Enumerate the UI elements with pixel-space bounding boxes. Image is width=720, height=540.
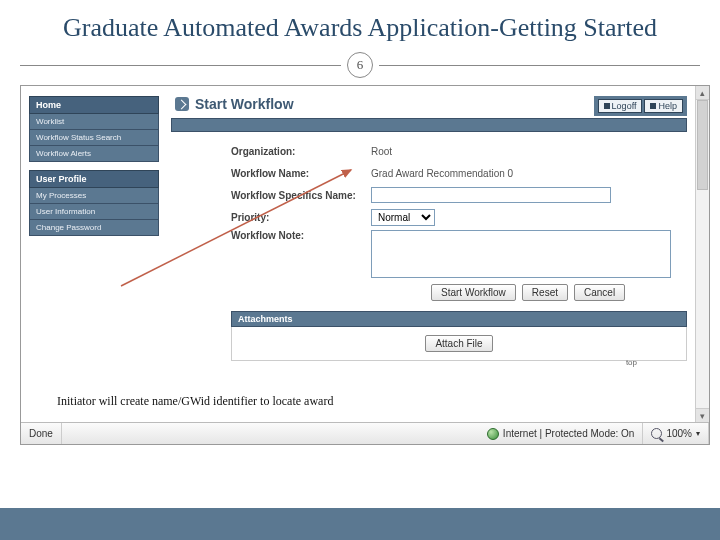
workflow-specifics-label: Workflow Specifics Name:: [231, 190, 371, 201]
workflow-name-value: Grad Award Recommendation 0: [371, 168, 513, 179]
organization-value: Root: [371, 146, 392, 157]
nav-header-user-profile: User Profile: [29, 170, 159, 188]
slide-title: Graduate Automated Awards Application-Ge…: [20, 12, 700, 43]
vertical-scrollbar[interactable]: ▴ ▾: [695, 86, 709, 422]
divider: 6: [20, 51, 700, 79]
zoom-control[interactable]: 100% ▾: [643, 423, 709, 444]
workflow-icon: [175, 97, 189, 111]
start-workflow-button[interactable]: Start Workflow: [431, 284, 516, 301]
nav-item-my-processes[interactable]: My Processes: [29, 188, 159, 204]
priority-label: Priority:: [231, 212, 371, 223]
nav-item-workflow-status-search[interactable]: Workflow Status Search: [29, 130, 159, 146]
status-done: Done: [21, 423, 62, 444]
priority-select[interactable]: Normal: [371, 209, 435, 226]
status-zone: Internet | Protected Mode: On: [479, 423, 644, 444]
annotation-text: Initiator will create name/GWid identifi…: [57, 394, 333, 409]
workflow-note-label: Workflow Note:: [231, 230, 371, 241]
reset-button[interactable]: Reset: [522, 284, 568, 301]
cancel-button[interactable]: Cancel: [574, 284, 625, 301]
magnifier-icon: [651, 428, 662, 439]
top-link[interactable]: top: [626, 358, 637, 367]
page-badge: 6: [347, 52, 373, 78]
nav-header-home: Home: [29, 96, 159, 114]
organization-label: Organization:: [231, 146, 371, 157]
globe-icon: [487, 428, 499, 440]
nav-item-change-password[interactable]: Change Password: [29, 220, 159, 236]
workflow-name-label: Workflow Name:: [231, 168, 371, 179]
zoom-value: 100%: [666, 428, 692, 439]
browser-status-bar: Done Internet | Protected Mode: On 100% …: [21, 422, 709, 444]
slide-footer: [0, 508, 720, 540]
workflow-specifics-input[interactable]: [371, 187, 611, 203]
nav-item-user-information[interactable]: User Information: [29, 204, 159, 220]
attach-file-button[interactable]: Attach File: [425, 335, 492, 352]
panel-bar: [171, 118, 687, 132]
status-zone-text: Internet | Protected Mode: On: [503, 428, 635, 439]
scroll-up-arrow[interactable]: ▴: [696, 86, 709, 100]
workflow-note-textarea[interactable]: [371, 230, 671, 278]
scroll-thumb[interactable]: [697, 100, 708, 190]
screenshot-frame: ▴ ▾ Home Worklist Workflow Status Search…: [20, 85, 710, 445]
nav-item-worklist[interactable]: Worklist: [29, 114, 159, 130]
nav-item-workflow-alerts[interactable]: Workflow Alerts: [29, 146, 159, 162]
attachments-header: Attachments: [231, 311, 687, 327]
scroll-down-arrow[interactable]: ▾: [696, 408, 709, 422]
main-heading: Start Workflow: [195, 96, 294, 112]
